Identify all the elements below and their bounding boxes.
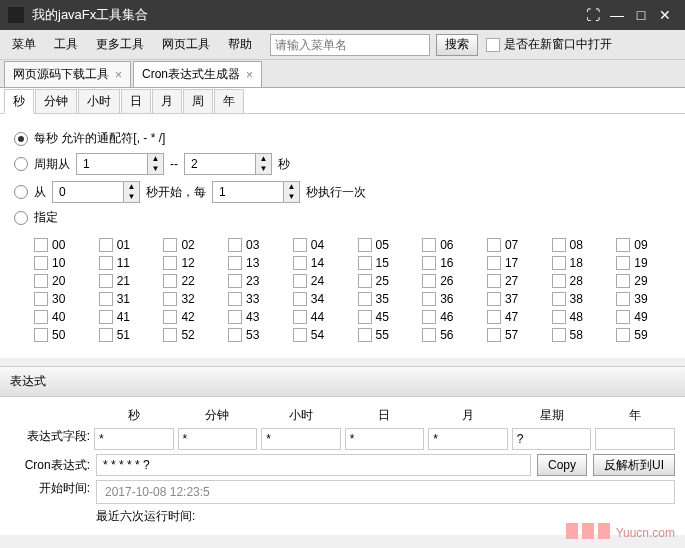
subtab-second[interactable]: 秒 (4, 89, 34, 114)
checkbox-icon[interactable] (552, 310, 566, 324)
second-checkbox-24[interactable]: 24 (293, 274, 348, 288)
menu-item[interactable]: 帮助 (220, 32, 260, 57)
field-hour[interactable] (261, 428, 341, 450)
second-checkbox-28[interactable]: 28 (552, 274, 607, 288)
checkbox-icon[interactable] (99, 310, 113, 324)
checkbox-icon[interactable] (293, 256, 307, 270)
second-checkbox-06[interactable]: 06 (422, 238, 477, 252)
checkbox-icon[interactable] (99, 274, 113, 288)
second-checkbox-09[interactable]: 09 (616, 238, 671, 252)
second-checkbox-10[interactable]: 10 (34, 256, 89, 270)
checkbox-icon[interactable] (34, 274, 48, 288)
second-checkbox-03[interactable]: 03 (228, 238, 283, 252)
second-checkbox-39[interactable]: 39 (616, 292, 671, 306)
checkbox-icon[interactable] (358, 274, 372, 288)
checkbox-icon[interactable] (616, 238, 630, 252)
checkbox-icon[interactable] (552, 292, 566, 306)
interval-step-spinner[interactable]: ▲▼ (212, 181, 300, 203)
menu-item[interactable]: 菜单 (4, 32, 44, 57)
checkbox-icon[interactable] (552, 274, 566, 288)
checkbox-icon[interactable] (422, 256, 436, 270)
second-checkbox-33[interactable]: 33 (228, 292, 283, 306)
down-icon[interactable]: ▼ (124, 192, 139, 202)
second-checkbox-21[interactable]: 21 (99, 274, 154, 288)
menu-item[interactable]: 工具 (46, 32, 86, 57)
checkbox-icon[interactable] (487, 328, 501, 342)
subtab-day[interactable]: 日 (121, 89, 151, 113)
second-checkbox-43[interactable]: 43 (228, 310, 283, 324)
second-checkbox-58[interactable]: 58 (552, 328, 607, 342)
subtab-week[interactable]: 周 (183, 89, 213, 113)
checkbox-icon[interactable] (422, 274, 436, 288)
second-checkbox-38[interactable]: 38 (552, 292, 607, 306)
field-second[interactable] (94, 428, 174, 450)
second-checkbox-04[interactable]: 04 (293, 238, 348, 252)
second-checkbox-49[interactable]: 49 (616, 310, 671, 324)
checkbox-icon[interactable] (487, 274, 501, 288)
second-checkbox-26[interactable]: 26 (422, 274, 477, 288)
copy-button[interactable]: Copy (537, 454, 587, 476)
checkbox-icon[interactable] (616, 256, 630, 270)
second-checkbox-00[interactable]: 00 (34, 238, 89, 252)
checkbox-icon[interactable] (616, 310, 630, 324)
second-checkbox-12[interactable]: 12 (163, 256, 218, 270)
close-icon[interactable]: ✕ (653, 7, 677, 23)
second-checkbox-19[interactable]: 19 (616, 256, 671, 270)
checkbox-icon[interactable] (422, 292, 436, 306)
second-checkbox-22[interactable]: 22 (163, 274, 218, 288)
up-icon[interactable]: ▲ (148, 154, 163, 164)
second-checkbox-47[interactable]: 47 (487, 310, 542, 324)
maximize-icon[interactable]: □ (629, 7, 653, 23)
checkbox-icon[interactable] (616, 274, 630, 288)
checkbox-icon[interactable] (616, 328, 630, 342)
second-checkbox-02[interactable]: 02 (163, 238, 218, 252)
second-checkbox-53[interactable]: 53 (228, 328, 283, 342)
checkbox-icon[interactable] (99, 256, 113, 270)
checkbox-icon[interactable] (552, 256, 566, 270)
second-checkbox-23[interactable]: 23 (228, 274, 283, 288)
field-minute[interactable] (178, 428, 258, 450)
radio-cycle[interactable] (14, 157, 28, 171)
second-checkbox-55[interactable]: 55 (358, 328, 413, 342)
parse-button[interactable]: 反解析到UI (593, 454, 675, 476)
second-checkbox-37[interactable]: 37 (487, 292, 542, 306)
second-checkbox-16[interactable]: 16 (422, 256, 477, 270)
menu-item[interactable]: 网页工具 (154, 32, 218, 57)
checkbox-icon[interactable] (163, 256, 177, 270)
checkbox-icon[interactable] (552, 328, 566, 342)
down-icon[interactable]: ▼ (148, 164, 163, 174)
second-checkbox-36[interactable]: 36 (422, 292, 477, 306)
checkbox-icon[interactable] (422, 328, 436, 342)
second-checkbox-29[interactable]: 29 (616, 274, 671, 288)
checkbox-icon[interactable] (358, 256, 372, 270)
up-icon[interactable]: ▲ (284, 182, 299, 192)
subtab-month[interactable]: 月 (152, 89, 182, 113)
checkbox-icon[interactable] (34, 328, 48, 342)
up-icon[interactable]: ▲ (124, 182, 139, 192)
radio-interval[interactable] (14, 185, 28, 199)
second-checkbox-35[interactable]: 35 (358, 292, 413, 306)
second-checkbox-27[interactable]: 27 (487, 274, 542, 288)
second-checkbox-54[interactable]: 54 (293, 328, 348, 342)
checkbox-icon[interactable] (616, 292, 630, 306)
second-checkbox-31[interactable]: 31 (99, 292, 154, 306)
second-checkbox-48[interactable]: 48 (552, 310, 607, 324)
field-day[interactable] (345, 428, 425, 450)
second-checkbox-11[interactable]: 11 (99, 256, 154, 270)
checkbox-icon[interactable] (228, 328, 242, 342)
field-week[interactable] (512, 428, 592, 450)
down-icon[interactable]: ▼ (284, 192, 299, 202)
checkbox-icon[interactable] (228, 238, 242, 252)
second-checkbox-32[interactable]: 32 (163, 292, 218, 306)
checkbox-icon[interactable] (293, 292, 307, 306)
checkbox-icon[interactable] (163, 274, 177, 288)
checkbox-icon[interactable] (34, 238, 48, 252)
checkbox-icon[interactable] (422, 310, 436, 324)
second-checkbox-07[interactable]: 07 (487, 238, 542, 252)
second-checkbox-14[interactable]: 14 (293, 256, 348, 270)
radio-specify[interactable] (14, 211, 28, 225)
checkbox-icon[interactable] (358, 328, 372, 342)
checkbox-icon[interactable] (552, 238, 566, 252)
second-checkbox-18[interactable]: 18 (552, 256, 607, 270)
checkbox-icon[interactable] (293, 238, 307, 252)
